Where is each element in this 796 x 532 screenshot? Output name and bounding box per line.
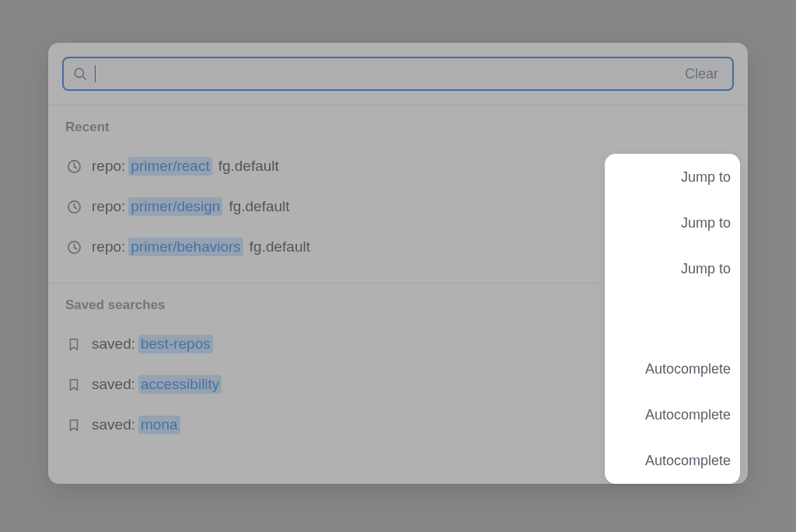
- action-highlight: [605, 154, 740, 484]
- recent-header: Recent: [62, 120, 734, 135]
- bookmark-icon: [65, 336, 82, 353]
- bookmark-icon: [65, 376, 82, 393]
- search-box[interactable]: Clear: [62, 57, 734, 91]
- clear-button[interactable]: Clear: [680, 63, 723, 85]
- item-text: repo: primer/behaviors fg.default: [92, 238, 670, 256]
- clock-icon: [65, 158, 82, 175]
- clock-icon: [65, 238, 82, 256]
- item-text: saved: mona: [92, 416, 634, 434]
- item-text: repo: primer/design fg.default: [92, 197, 670, 216]
- item-text: saved: accessibility: [92, 375, 634, 394]
- clock-icon: [65, 198, 82, 215]
- search-input[interactable]: [96, 58, 680, 89]
- bookmark-icon: [65, 416, 82, 433]
- item-text: saved: best-repos: [92, 335, 634, 353]
- item-text: repo: primer/react fg.default: [92, 157, 670, 176]
- search-icon: [73, 67, 87, 81]
- search-row: Clear: [48, 43, 748, 105]
- svg-line-1: [82, 76, 86, 79]
